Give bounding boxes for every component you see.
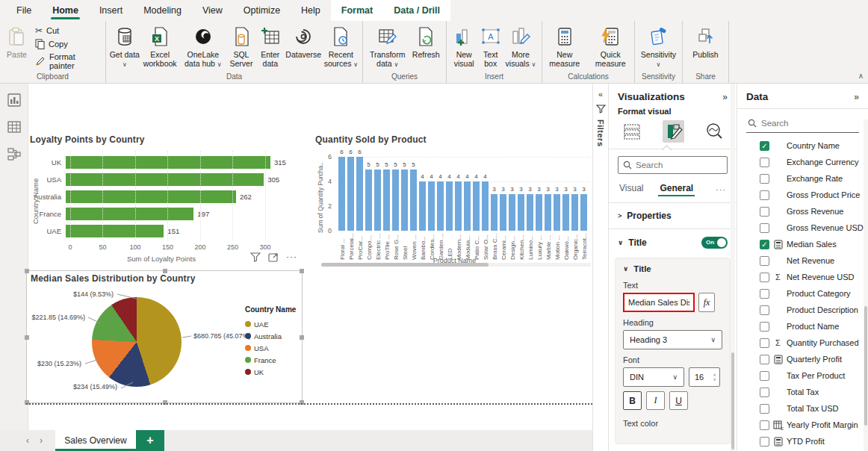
page-tab-sales-overview[interactable]: Sales Overview	[55, 430, 136, 451]
scrollbar-thumb[interactable]	[864, 306, 867, 426]
field-checkbox[interactable]	[760, 420, 769, 430]
resize-handle[interactable]	[163, 269, 167, 273]
heading-dropdown[interactable]: Heading 3 ∨	[623, 330, 722, 349]
loyalty-points-visual[interactable]: Loyalty Points by Country UK315USA305Aus…	[30, 134, 299, 273]
bar[interactable]	[446, 181, 453, 231]
paste-button[interactable]: Paste	[3, 22, 31, 59]
legend-item[interactable]: USA	[245, 342, 296, 354]
scrollbar-thumb[interactable]	[321, 263, 489, 267]
scrollbar-thumb[interactable]	[731, 352, 734, 450]
field-row[interactable]: Gross Revenue	[737, 203, 868, 220]
get-data-button[interactable]: Get data ∨	[109, 22, 140, 68]
format-search-box[interactable]	[618, 156, 728, 174]
median-sales-pie-visual[interactable]: Median Sales Distribution by Country $68…	[26, 270, 303, 403]
expand-pane-icon[interactable]: »	[722, 92, 728, 102]
bar[interactable]	[527, 194, 533, 231]
field-row[interactable]: Total Tax USD	[737, 400, 868, 417]
bar[interactable]	[518, 194, 524, 231]
bar[interactable]	[66, 208, 193, 220]
bar[interactable]	[66, 190, 236, 203]
field-checkbox[interactable]	[760, 207, 769, 217]
ribbon-collapse-chevron-icon[interactable]: ∧	[858, 72, 864, 80]
bar[interactable]	[464, 181, 471, 231]
bar[interactable]	[347, 157, 354, 231]
field-checkbox[interactable]: ✓	[760, 141, 769, 151]
focus-mode-icon[interactable]	[268, 252, 279, 262]
build-visual-tab-icon[interactable]	[621, 120, 643, 143]
field-checkbox[interactable]	[760, 371, 769, 381]
filter-icon[interactable]	[250, 252, 261, 262]
new-measure-button[interactable]: New measure	[545, 22, 584, 68]
analytics-tab-icon[interactable]	[704, 120, 726, 143]
ribbon-tab-file[interactable]: File	[6, 0, 42, 21]
bar[interactable]	[455, 181, 462, 231]
data-search-input[interactable]	[761, 119, 836, 128]
field-row[interactable]: Net Revenue	[737, 252, 868, 269]
field-row[interactable]: Quarterly Profit	[737, 351, 868, 367]
filter-funnel-icon[interactable]	[596, 105, 606, 113]
italic-button[interactable]: I	[646, 391, 665, 410]
data-pane-scrollbar[interactable]	[864, 119, 868, 451]
refresh-button[interactable]: Refresh	[409, 22, 443, 59]
ribbon-tab-view[interactable]: View	[192, 0, 233, 21]
recent-sources-button[interactable]: Recent sources ∨	[323, 22, 359, 68]
model-view-icon[interactable]	[7, 146, 22, 161]
ribbon-tab-format[interactable]: Format	[331, 0, 383, 21]
field-row[interactable]: Total Tax	[737, 384, 868, 400]
dataverse-button[interactable]: Dataverse	[285, 22, 323, 59]
sensitivity-button[interactable]: Sensitivity∨	[638, 22, 679, 68]
copy-button[interactable]: Copy	[35, 39, 101, 49]
bar[interactable]	[383, 169, 390, 231]
report-view-icon[interactable]	[7, 93, 22, 108]
bar[interactable]	[491, 194, 497, 231]
bar[interactable]	[419, 181, 426, 231]
excel-workbook-button[interactable]: X Excel workbook	[140, 22, 180, 68]
ribbon-tab-home[interactable]: Home	[42, 0, 89, 21]
bar[interactable]	[473, 181, 480, 231]
bar[interactable]	[562, 194, 569, 231]
field-row[interactable]: ΣYearly Profit Margin	[737, 417, 868, 433]
tab-general[interactable]: General	[660, 183, 693, 196]
format-tabs-more-icon[interactable]: ···	[716, 185, 726, 194]
add-page-button[interactable]: +	[136, 430, 164, 451]
field-checkbox[interactable]	[760, 273, 769, 282]
expand-pane-icon[interactable]: »	[854, 92, 859, 102]
field-row[interactable]: Gross Revenue USD	[737, 220, 868, 236]
resize-handle[interactable]	[25, 269, 29, 273]
text-box-button[interactable]: A Text box	[478, 22, 503, 68]
font-family-dropdown[interactable]: DIN ∨	[623, 367, 684, 387]
bar[interactable]	[66, 225, 164, 237]
bold-button[interactable]: B	[623, 391, 642, 410]
field-checkbox[interactable]	[760, 437, 769, 447]
field-row[interactable]: ✓Median Sales	[737, 236, 868, 252]
ribbon-tab-data-drill[interactable]: Data / Drill	[383, 0, 450, 21]
properties-section-header[interactable]: > Properties	[609, 203, 737, 228]
bar[interactable]	[428, 181, 435, 231]
legend-item[interactable]: France	[245, 354, 296, 366]
tab-visual[interactable]: Visual	[619, 183, 643, 196]
field-checkbox[interactable]	[760, 289, 769, 299]
field-checkbox[interactable]	[760, 355, 769, 364]
new-visual-button[interactable]: New visual	[450, 22, 478, 68]
bar[interactable]	[356, 157, 363, 231]
legend-item[interactable]: UK	[245, 366, 296, 378]
title-card-header[interactable]: ∨ Title	[623, 264, 722, 273]
field-row[interactable]: YTD Profit	[737, 433, 868, 450]
fx-conditional-format-button[interactable]: fx	[698, 293, 715, 312]
bar[interactable]	[374, 169, 381, 231]
bar[interactable]	[554, 194, 560, 231]
field-row[interactable]: Product Name	[737, 318, 868, 335]
quantity-sold-visual[interactable]: Quantity Sold by Product Sum of Quantity…	[315, 134, 594, 267]
ribbon-tab-help[interactable]: Help	[291, 0, 331, 21]
bar[interactable]	[500, 194, 506, 231]
field-checkbox[interactable]	[760, 174, 769, 184]
bar[interactable]	[338, 157, 345, 231]
field-checkbox[interactable]	[760, 322, 769, 332]
underline-button[interactable]: U	[669, 391, 688, 410]
field-checkbox[interactable]	[760, 158, 769, 167]
ribbon-tab-modeling[interactable]: Modeling	[133, 0, 192, 21]
bar[interactable]	[545, 194, 551, 231]
field-checkbox[interactable]	[760, 388, 769, 397]
bar[interactable]	[482, 181, 489, 231]
field-row[interactable]: Tax Per Product	[737, 367, 868, 384]
